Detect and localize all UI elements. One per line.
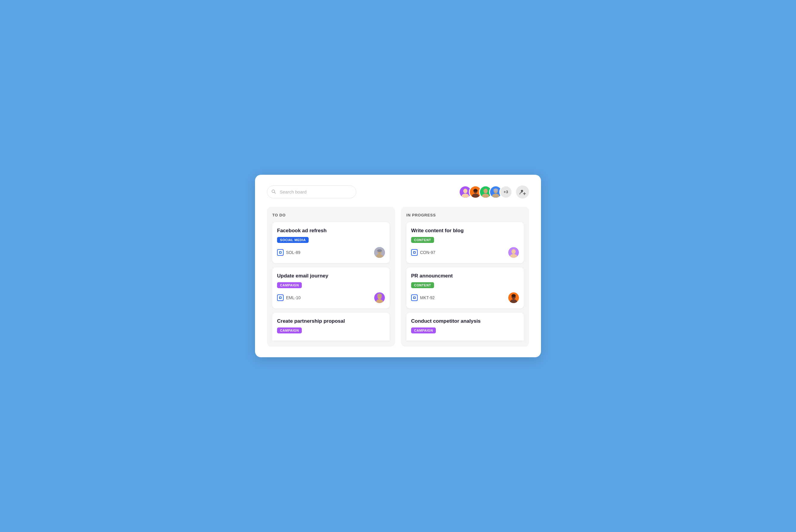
card-ticket-id: EML-10 (277, 294, 301, 301)
ticket-icon-inner (413, 251, 415, 254)
svg-point-8 (474, 189, 478, 192)
header-right: +3 (459, 186, 529, 198)
card-ticket-id: MKT-92 (411, 294, 434, 301)
card-assignee-avatar (374, 247, 385, 258)
card-ticket-id: SOL-89 (277, 249, 300, 256)
add-member-button[interactable] (516, 186, 529, 198)
card-footer: SOL-89 (277, 247, 385, 258)
ticket-icon-inner (279, 251, 281, 254)
svg-point-26 (377, 293, 382, 297)
board-container: +3 TO DO Facebook ad refresh SOCIAL MEDI… (255, 175, 541, 357)
card-footer: CON-97 (411, 247, 519, 258)
svg-point-22 (377, 249, 382, 252)
card-title: Update email journey (277, 273, 385, 279)
tag-content: CONTENT (411, 282, 434, 288)
card-assignee-avatar (374, 292, 385, 303)
svg-point-14 (492, 193, 499, 198)
column-todo-title: TO DO (272, 213, 390, 217)
search-icon (271, 189, 276, 195)
card-title: Facebook ad refresh (277, 227, 385, 234)
svg-point-3 (463, 189, 467, 193)
svg-point-11 (482, 193, 489, 198)
card-assignee-avatar (508, 292, 519, 303)
card-facebook-ad: Facebook ad refresh SOCIAL MEDIA SOL-89 (272, 222, 390, 263)
tag-campaign: CAMPAIGN (411, 327, 436, 334)
svg-point-15 (493, 188, 498, 191)
svg-point-10 (483, 189, 488, 193)
column-todo: TO DO Facebook ad refresh SOCIAL MEDIA S… (267, 207, 395, 346)
avatar-group: +3 (459, 186, 513, 198)
card-title: Write content for blog (411, 227, 519, 234)
card-assignee-avatar (508, 247, 519, 258)
ticket-icon (277, 249, 283, 256)
avatar-more-count: +3 (499, 186, 513, 198)
card-competitor-partial: Conduct competitor analysis CAMPAIGN (406, 312, 524, 341)
ticket-icon (277, 294, 283, 301)
card-footer: EML-10 (277, 292, 385, 303)
card-footer: MKT-92 (411, 292, 519, 303)
card-email-journey: Update email journey CAMPAIGN EML-10 (272, 267, 390, 308)
column-in-progress-title: IN PROGRESS (406, 213, 524, 217)
ticket-icon-inner (413, 297, 415, 299)
column-in-progress: IN PROGRESS Write content for blog CONTE… (401, 207, 529, 346)
svg-point-28 (512, 249, 516, 254)
card-blog-content: Write content for blog CONTENT CON-97 (406, 222, 524, 263)
tag-content: CONTENT (411, 237, 434, 243)
tag-campaign: CAMPAIGN (277, 282, 302, 288)
card-title: Create partnership proposal (277, 318, 385, 324)
svg-point-4 (462, 193, 469, 198)
board-columns: TO DO Facebook ad refresh SOCIAL MEDIA S… (267, 207, 529, 346)
svg-line-1 (274, 192, 276, 193)
board-header: +3 (267, 186, 529, 198)
card-title: Conduct competitor analysis (411, 318, 519, 324)
svg-point-33 (512, 294, 516, 297)
svg-point-16 (521, 190, 523, 192)
tag-social-media: SOCIAL MEDIA (277, 237, 309, 243)
card-title: PR announcment (411, 273, 519, 279)
search-input[interactable] (267, 186, 356, 198)
card-ticket-id: CON-97 (411, 249, 435, 256)
card-pr-announcement: PR announcment CONTENT MKT-92 (406, 267, 524, 308)
ticket-icon (411, 294, 418, 301)
svg-point-7 (472, 193, 479, 198)
search-wrapper (267, 186, 356, 198)
ticket-icon (411, 249, 418, 256)
card-partnership-partial: Create partnership proposal CAMPAIGN (272, 312, 390, 341)
ticket-icon-inner (279, 297, 281, 299)
tag-campaign: CAMPAIGN (277, 327, 302, 334)
